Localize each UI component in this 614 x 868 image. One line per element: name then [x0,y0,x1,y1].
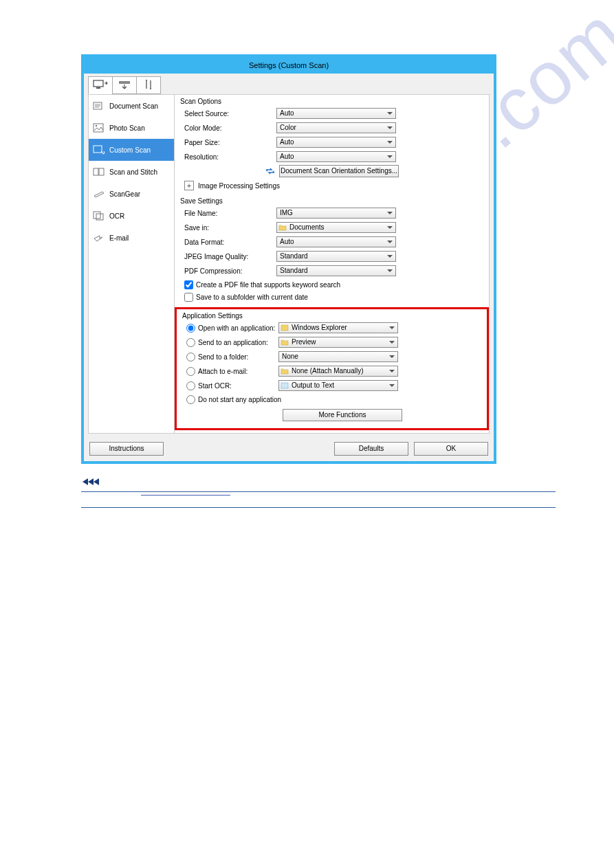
file-name-field[interactable]: IMG [276,208,396,219]
resolution-dropdown[interactable]: Auto [276,151,396,162]
save-in-value: Documents [289,223,325,231]
jpeg-quality-dropdown[interactable]: Standard [276,251,396,262]
photo-scan-icon [93,122,105,133]
start-ocr-value: Output to Text [292,381,334,389]
start-ocr-radio[interactable] [186,381,195,390]
send-to-app-dropdown[interactable]: Preview [278,337,398,348]
svg-rect-1 [96,87,100,89]
orientation-settings-button[interactable]: Document Scan Orientation Settings... [279,165,399,177]
save-in-label: Save in: [180,224,276,232]
svg-point-5 [96,125,97,126]
subfolder-checkbox[interactable] [184,293,193,302]
file-name-label: File Name: [180,210,276,217]
data-format-label: Data Format: [180,238,276,246]
save-in-dropdown[interactable]: Documents [276,222,396,233]
pdf-keyword-checkbox[interactable] [184,280,193,289]
instructions-button[interactable]: Instructions [89,442,164,456]
sidebar-item-email[interactable]: E-mail [89,227,174,249]
ok-button[interactable]: OK [414,442,488,456]
svg-rect-11 [281,325,288,331]
attach-email-radio[interactable] [186,367,195,376]
color-mode-label: Color Mode: [180,124,276,132]
resolution-label: Resolution: [180,153,276,161]
sidebar: Document Scan Photo Scan Custom Scan Sca… [88,94,175,434]
attach-email-value: None (Attach Manually) [292,367,364,375]
save-settings-title: Save Settings [180,197,481,205]
jpeg-quality-label: JPEG Image Quality: [180,253,276,260]
note-bar [81,491,556,508]
window-title: Settings (Custom Scan) [84,57,494,74]
send-to-app-value: Preview [292,338,316,346]
main-panel: Scan Options Select Source: Auto Color M… [175,94,490,434]
attach-email-dropdown[interactable]: None (Attach Manually) [278,366,398,377]
pdf-compression-label: PDF Compression: [180,267,276,275]
tab-strip [84,74,494,94]
attach-email-label: Attach to e-mail: [198,368,248,375]
color-mode-dropdown[interactable]: Color [276,122,396,133]
svg-rect-9 [94,212,100,219]
settings-window: Settings (Custom Scan) Document Scan [81,54,496,464]
open-with-app-value: Windows Explorer [292,324,347,331]
scanner-down-icon [118,80,131,91]
start-ocr-dropdown[interactable]: Output to Text [278,380,398,391]
svg-rect-10 [96,214,103,220]
tab-general-settings[interactable] [136,76,161,94]
explorer-icon [281,324,289,332]
pdf-compression-dropdown[interactable]: Standard [276,265,396,276]
email-icon [93,232,105,243]
sidebar-item-scan-and-stitch[interactable]: Scan and Stitch [89,161,174,183]
custom-scan-icon [93,144,105,155]
defaults-button[interactable]: Defaults [334,442,408,456]
open-with-app-label: Open with an application: [198,324,275,332]
folder-icon [281,367,289,375]
image-processing-label: Image Processing Settings [198,182,280,190]
nav-label: Photo Scan [109,124,145,132]
monitor-arrow-icon [93,80,108,91]
scangear-icon [93,188,105,199]
sidebar-item-photo-scan[interactable]: Photo Scan [89,117,174,139]
paper-size-dropdown[interactable]: Auto [276,137,396,148]
select-source-dropdown[interactable]: Auto [276,108,396,119]
send-to-app-radio[interactable] [186,338,195,347]
folder-icon [281,338,289,346]
sidebar-item-document-scan[interactable]: Document Scan [89,95,174,117]
sidebar-item-ocr[interactable]: OCR [89,205,174,227]
svg-rect-0 [94,80,103,87]
sidebar-item-custom-scan[interactable]: Custom Scan [89,139,174,161]
svg-rect-7 [94,168,98,175]
start-ocr-label: Start OCR: [198,382,232,390]
send-to-folder-dropdown[interactable]: None [278,351,398,362]
select-source-label: Select Source: [180,110,276,118]
tab-scan-from-panel[interactable] [112,76,137,94]
footer: Instructions Defaults OK [84,438,494,460]
no-start-radio[interactable] [186,395,195,404]
note-arrow-icon [81,477,109,488]
nav-label: ScanGear [109,190,140,198]
nav-label: OCR [109,212,124,220]
tools-icon [143,79,154,91]
no-start-label: Do not start any application [198,396,281,403]
open-with-app-radio[interactable] [186,324,195,333]
sidebar-item-scangear[interactable]: ScanGear [89,183,174,205]
svg-rect-6 [94,146,102,153]
open-with-app-dropdown[interactable]: Windows Explorer [278,322,398,333]
scan-options-title: Scan Options [180,98,481,105]
orientation-flip-icon [264,166,276,176]
send-to-folder-label: Send to a folder: [198,353,248,361]
paper-size-label: Paper Size: [180,139,276,146]
subfolder-label: Save to a subfolder with current date [196,293,308,301]
expand-image-processing-button[interactable]: + [184,181,194,190]
nav-label: Document Scan [109,102,158,110]
note-link[interactable] [141,495,230,496]
ocr-icon [93,210,105,221]
pdf-keyword-label: Create a PDF file that supports keyword … [196,281,340,289]
nav-label: E-mail [109,234,129,242]
folder-icon [278,223,287,232]
tab-scan-from-computer[interactable] [88,76,113,94]
document-scan-icon [93,100,105,111]
data-format-dropdown[interactable]: Auto [276,236,396,247]
nav-label: Custom Scan [109,146,151,154]
svg-rect-2 [119,81,130,84]
more-functions-button[interactable]: More Functions [283,409,402,421]
send-to-folder-radio[interactable] [186,353,195,361]
